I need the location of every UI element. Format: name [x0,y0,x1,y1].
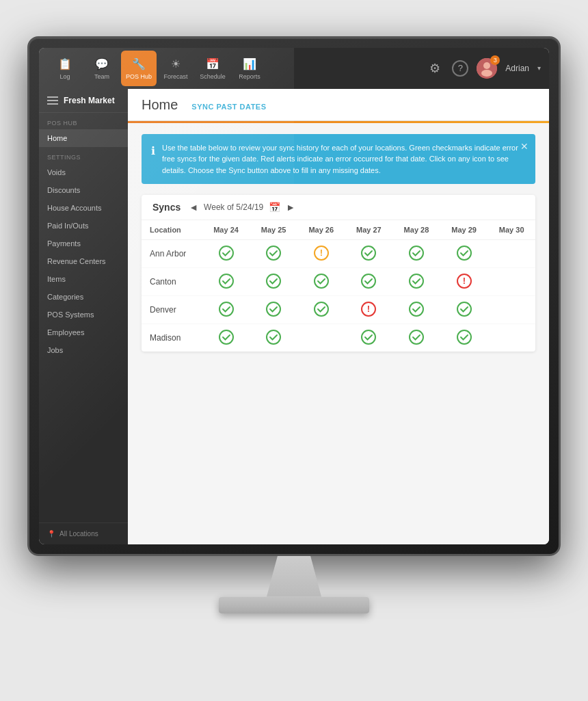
status-cell[interactable]: ! [297,240,345,268]
nav-item-schedule[interactable]: 📅 Schedule [195,51,230,86]
status-cell[interactable] [487,296,535,324]
svg-point-26 [362,330,375,344]
svg-text:!: ! [320,248,323,258]
sidebar-item-jobs[interactable]: Jobs [39,341,128,359]
table-row: Canton [142,268,535,296]
sidebar-item-house-accounts[interactable]: House Accounts [39,199,128,217]
svg-point-27 [410,330,423,344]
pos-hub-icon: 🔧 [131,57,146,72]
status-icon-yellow: ! [314,246,329,261]
svg-point-9 [457,246,471,260]
status-cell[interactable] [487,268,535,296]
status-cell[interactable]: ! [345,296,393,324]
prev-week-arrow[interactable]: ◄ [189,202,198,213]
status-cell[interactable] [202,324,250,352]
status-cell[interactable]: ! [440,268,488,296]
svg-point-28 [457,330,471,344]
status-icon-green [266,246,281,261]
monitor-stand-neck [267,556,321,597]
nav-item-log[interactable]: 📋 Log [47,51,83,86]
forecast-icon: ☀ [168,57,183,72]
status-icon-green [409,302,424,317]
alert-text: Use the table below to review your sync … [162,142,526,176]
sidebar-item-employees[interactable]: Employees [39,323,128,341]
status-cell[interactable] [297,268,345,296]
col-may28: May 28 [392,220,440,240]
status-cell[interactable] [250,240,297,268]
status-cell[interactable] [297,296,345,324]
status-cell[interactable] [392,268,440,296]
location-name: Canton [142,268,202,296]
reports-icon: 📊 [242,57,257,72]
main-body: ℹ Use the table below to review your syn… [128,123,549,544]
svg-point-19 [315,302,328,316]
sidebar-item-discounts[interactable]: Discounts [39,181,128,199]
main-content: Home SYNC PAST DATES ℹ Use the table bel… [128,89,549,544]
nav-item-pos-hub[interactable]: 🔧 POS Hub [121,51,157,86]
status-cell[interactable] [345,268,393,296]
col-may27: May 27 [345,220,393,240]
table-row: Denver ! [142,296,535,324]
status-icon-green [457,302,472,317]
sidebar-item-home[interactable]: Home [39,129,128,147]
status-cell[interactable] [297,324,345,352]
status-icon-green [409,246,424,261]
help-icon[interactable]: ? [452,60,468,77]
sidebar-item-items[interactable]: Items [39,270,128,288]
status-cell[interactable] [440,324,488,352]
status-icon-green [219,274,234,289]
status-cell[interactable] [392,240,440,268]
nav-log-label: Log [59,73,70,80]
user-name[interactable]: Adrian [505,64,529,73]
alert-banner: ℹ Use the table below to review your syn… [142,134,535,185]
log-icon: 📋 [57,57,72,72]
sidebar-item-payments[interactable]: Payments [39,235,128,252]
gear-icon[interactable]: ⚙ [426,59,444,77]
svg-point-11 [267,274,280,288]
sidebar-item-pos-systems[interactable]: POS Systems [39,306,128,323]
avatar-wrap[interactable]: 3 [477,58,497,79]
status-cell[interactable] [250,268,297,296]
sidebar-item-categories[interactable]: Categories [39,288,128,306]
status-cell[interactable] [487,324,535,352]
monitor-outer: 📋 Log 💬 Team 🔧 POS Hub ☀ Forecast [27,36,561,556]
sidebar-item-paid-in-outs[interactable]: Paid In/Outs [39,217,128,235]
hamburger-icon[interactable] [47,96,58,105]
sidebar-app-title: Fresh Market [64,96,115,105]
syncs-table: Location May 24 May 25 May 26 May 27 May… [142,220,535,352]
next-week-arrow[interactable]: ► [286,202,295,213]
status-cell[interactable] [392,296,440,324]
status-cell[interactable] [250,324,297,352]
status-cell[interactable] [345,240,393,268]
status-cell[interactable] [440,240,488,268]
status-cell[interactable] [345,324,393,352]
nav-item-team[interactable]: 💬 Team [84,51,120,86]
top-nav: 📋 Log 💬 Team 🔧 POS Hub ☀ Forecast [39,48,549,89]
status-cell[interactable] [250,296,297,324]
sync-past-dates-tab[interactable]: SYNC PAST DATES [191,103,266,120]
status-cell[interactable] [392,324,440,352]
status-cell[interactable] [202,240,250,268]
status-cell[interactable] [202,296,250,324]
sidebar-item-voids[interactable]: Voids [39,163,128,181]
svg-point-12 [315,274,328,288]
status-icon-green [266,330,281,345]
close-icon[interactable]: ✕ [520,140,529,154]
status-icon-green [409,330,424,345]
nav-item-forecast[interactable]: ☀ Forecast [158,51,193,86]
status-icon-red: ! [457,274,472,289]
location-name: Ann Arbor [142,240,202,268]
app-layout: Fresh Market POS HUB Home SETTINGS Voids… [39,89,549,544]
status-cell[interactable] [202,268,250,296]
svg-point-23 [457,302,471,316]
status-icon-green [219,330,234,345]
status-cell[interactable] [487,240,535,268]
status-icon-green [361,246,376,261]
nav-item-reports[interactable]: 📊 Reports [232,51,267,86]
svg-point-3 [219,246,233,260]
status-cell[interactable] [440,296,488,324]
nav-right: ⚙ ? 3 Adrian [426,58,541,79]
sidebar-settings-label: SETTINGS [39,147,128,163]
calendar-icon[interactable]: 📅 [269,202,280,213]
sidebar-item-revenue-centers[interactable]: Revenue Centers [39,252,128,270]
